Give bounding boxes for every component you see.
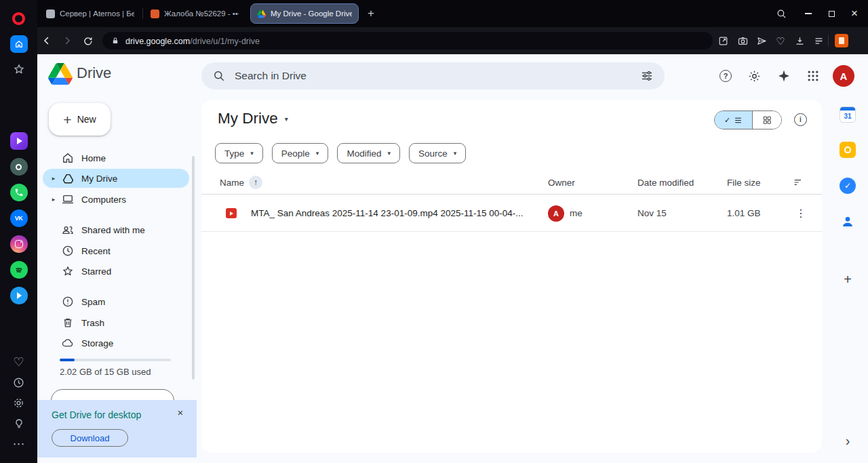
- opera-menu-button[interactable]: [0, 8, 37, 28]
- sort-ascending-icon[interactable]: ↑: [249, 176, 262, 189]
- view-toggle: ✓: [714, 110, 782, 129]
- sidebar-whatsapp[interactable]: [0, 182, 37, 203]
- sidebar-item-starred[interactable]: Starred: [43, 262, 189, 281]
- close-button[interactable]: ×: [848, 7, 861, 20]
- column-date-modified[interactable]: Date modified: [637, 170, 694, 195]
- contacts-panel-button[interactable]: [838, 212, 857, 231]
- sidebar-more-button[interactable]: ⋯: [0, 434, 37, 454]
- support-button[interactable]: ?: [717, 68, 734, 84]
- sidebar-item-my-drive[interactable]: ▸ My Drive: [43, 169, 189, 188]
- sidebar-history-button[interactable]: [0, 372, 37, 392]
- search-icon: [212, 69, 226, 83]
- sidebar-extensions-button[interactable]: [0, 392, 37, 413]
- heart-icon: ♡: [776, 36, 785, 46]
- video-file-icon: [226, 208, 237, 218]
- table-header: Name ↑ Owner Date modified File size: [201, 170, 822, 195]
- sidebar-likes-button[interactable]: ♡: [0, 352, 37, 372]
- file-row[interactable]: MTA_ San Andreas 2025-11-14 23-01-09.mp4…: [201, 195, 822, 232]
- sort-options-button[interactable]: [793, 170, 804, 195]
- advanced-search-icon[interactable]: [640, 69, 654, 83]
- filter-type[interactable]: Type▾: [215, 143, 263, 163]
- downloads-button[interactable]: [791, 33, 808, 49]
- bookmark-page-button[interactable]: ♡: [772, 33, 789, 49]
- calendar-panel-button[interactable]: 31: [838, 105, 857, 124]
- bookmarks-button[interactable]: [0, 59, 37, 79]
- sidebar-item-trash[interactable]: Trash: [43, 313, 189, 332]
- expand-arrow-icon[interactable]: ▸: [49, 196, 58, 203]
- extension-icon: [839, 37, 844, 44]
- sidebar-item-shared-with-me[interactable]: Shared with me: [43, 220, 189, 239]
- sidebar-messenger[interactable]: [0, 157, 37, 177]
- keep-panel-button[interactable]: [838, 140, 857, 159]
- tab-search-button[interactable]: [774, 7, 788, 20]
- messenger-icon: [10, 158, 28, 176]
- share-page-button[interactable]: [715, 33, 731, 49]
- sidebar-item-storage[interactable]: Storage: [43, 334, 189, 353]
- url-field[interactable]: drive.google.com/drive/u/1/my-drive: [102, 32, 713, 49]
- filter-people[interactable]: People▾: [272, 143, 329, 163]
- contacts-icon: [840, 214, 855, 229]
- sidebar-app-purple[interactable]: [0, 131, 37, 151]
- forward-button[interactable]: [59, 33, 75, 49]
- opera-window: VK ♡ ⋯ Сервер | Aternos | Беспла: [0, 0, 868, 463]
- minimize-button[interactable]: [802, 7, 815, 20]
- gemini-button[interactable]: [776, 68, 792, 84]
- filter-source[interactable]: Source▾: [409, 143, 466, 163]
- sidebar-item-home[interactable]: Home: [43, 148, 189, 167]
- search-icon: [776, 8, 787, 20]
- sidebar-item-computers[interactable]: ▸ Computers: [43, 190, 189, 209]
- tab-google-drive-active[interactable]: My Drive - Google Drive: [250, 3, 359, 24]
- sidebar-spotify[interactable]: [0, 260, 37, 280]
- tab-complaint[interactable]: Жалоба №52629 - ••• - M: [144, 3, 245, 24]
- back-button[interactable]: [39, 33, 55, 49]
- sidebar-vk[interactable]: VK: [0, 208, 37, 228]
- filter-modified[interactable]: Modified▾: [337, 143, 400, 163]
- account-avatar[interactable]: A: [833, 65, 854, 87]
- drive-logo: [48, 63, 73, 85]
- tab-aternos[interactable]: Сервер | Aternos | Беспла: [40, 3, 140, 24]
- sidebar-home-button[interactable]: [0, 34, 37, 54]
- owner-avatar: A: [548, 205, 564, 222]
- snapshot-button[interactable]: [734, 33, 751, 49]
- details-button[interactable]: i: [794, 113, 807, 126]
- my-drive-title-menu[interactable]: My Drive ▾: [218, 110, 288, 127]
- sidebar-instagram[interactable]: [0, 234, 37, 254]
- column-file-size[interactable]: File size: [727, 170, 761, 195]
- drive-brand-text: Drive: [77, 64, 111, 82]
- sidebar-tips-button[interactable]: [0, 414, 37, 434]
- sparkle-icon: [776, 68, 791, 83]
- sidebar-item-spam[interactable]: Spam: [43, 292, 189, 311]
- reload-button[interactable]: [79, 33, 96, 49]
- reading-list-button[interactable]: [810, 33, 827, 49]
- opera-logo-icon: [12, 12, 25, 25]
- file-list-card: My Drive ▾ ✓ i Type▾ People▾ Modified▾ S…: [201, 100, 822, 453]
- my-flow-button[interactable]: [753, 33, 770, 49]
- google-apps-button[interactable]: [805, 68, 821, 84]
- maximize-button[interactable]: [825, 7, 838, 20]
- new-tab-button[interactable]: +: [363, 5, 379, 22]
- opera-sidebar: VK ♡ ⋯: [0, 0, 37, 463]
- tasks-panel-button[interactable]: ✓: [838, 176, 857, 195]
- keep-icon: [840, 142, 856, 158]
- sidebar-player[interactable]: [0, 285, 37, 306]
- grid-view-button[interactable]: [752, 111, 781, 129]
- new-button[interactable]: + New: [49, 103, 111, 136]
- add-panel-app-button[interactable]: +: [838, 270, 857, 289]
- collapse-panel-button[interactable]: ›: [838, 431, 857, 450]
- list-view-button[interactable]: ✓: [715, 111, 752, 129]
- settings-button[interactable]: [746, 68, 762, 84]
- expand-arrow-icon[interactable]: ▸: [49, 175, 58, 182]
- sidebar-item-recent[interactable]: Recent: [43, 241, 189, 260]
- more-actions-button[interactable]: ⋮: [793, 195, 809, 232]
- download-button[interactable]: Download: [52, 429, 128, 447]
- promo-close-button[interactable]: ×: [174, 406, 186, 418]
- column-owner[interactable]: Owner: [548, 170, 575, 195]
- vk-icon: VK: [10, 209, 28, 227]
- sidebar-scrollbar[interactable]: [192, 156, 195, 380]
- check-icon: ✓: [724, 116, 730, 125]
- extension-button[interactable]: [835, 34, 848, 47]
- drive-search-bar[interactable]: [201, 62, 665, 89]
- column-name[interactable]: Name ↑: [220, 170, 262, 195]
- url-domain: drive.google.com: [125, 37, 190, 46]
- search-input[interactable]: [235, 70, 631, 82]
